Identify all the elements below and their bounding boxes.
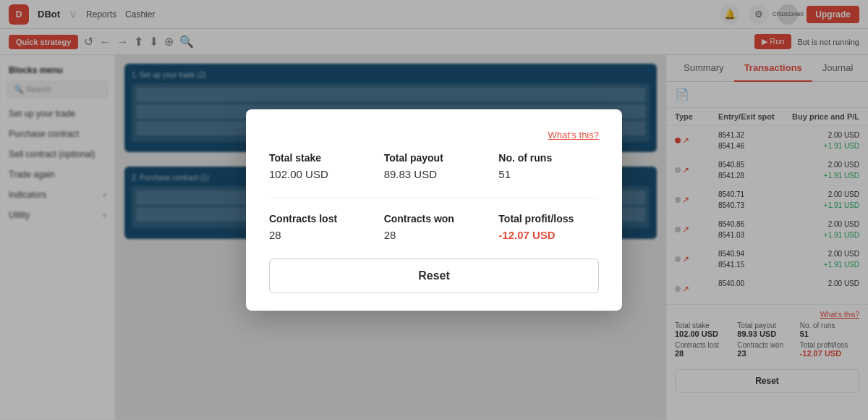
modal-won-group: Contracts won 28 [384,213,485,241]
modal-whats-this[interactable]: What's this? [269,130,599,140]
modal-won-label: Contracts won [384,213,485,224]
modal-lost-value: 28 [269,229,370,241]
modal-payout-value: 89.83 USD [384,168,485,180]
modal-stake-group: Total stake 102.00 USD [269,152,370,180]
modal-lost-group: Contracts lost 28 [269,213,370,241]
summary-modal: What's this? Total stake 102.00 USD Tota… [246,109,622,311]
modal-reset-button[interactable]: Reset [269,259,599,293]
modal-pl-value: -12.07 USD [498,229,599,241]
modal-pl-group: Total profit/loss -12.07 USD [498,213,599,241]
modal-runs-group: No. of runs 51 [498,152,599,180]
modal-lost-label: Contracts lost [269,213,370,224]
modal-divider [269,198,599,198]
modal-stats-bottom: Contracts lost 28 Contracts won 28 Total… [269,213,599,241]
modal-stake-value: 102.00 USD [269,168,370,180]
modal-payout-label: Total payout [384,152,485,164]
modal-stats-top: Total stake 102.00 USD Total payout 89.8… [269,152,599,180]
modal-runs-value: 51 [498,168,599,180]
modal-runs-label: No. of runs [498,152,599,164]
modal-won-value: 28 [384,229,485,241]
modal-overlay: What's this? Total stake 102.00 USD Tota… [0,0,868,420]
modal-pl-label: Total profit/loss [498,213,599,224]
modal-stake-label: Total stake [269,152,370,164]
modal-payout-group: Total payout 89.83 USD [384,152,485,180]
